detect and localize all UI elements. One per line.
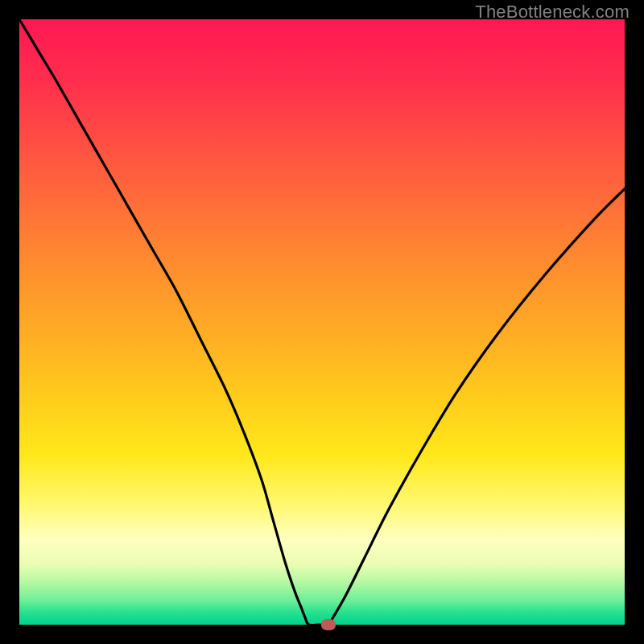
plot-area (19, 19, 625, 625)
chart-frame: TheBottleneck.com (0, 0, 644, 644)
bottleneck-curve (19, 19, 625, 625)
minimum-marker (321, 619, 336, 630)
